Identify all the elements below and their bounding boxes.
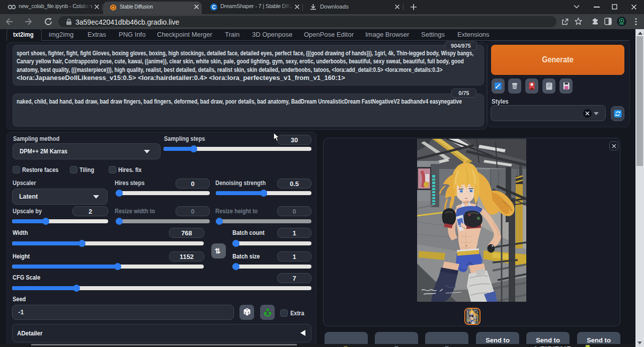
svg-text:C: C bbox=[212, 5, 215, 10]
